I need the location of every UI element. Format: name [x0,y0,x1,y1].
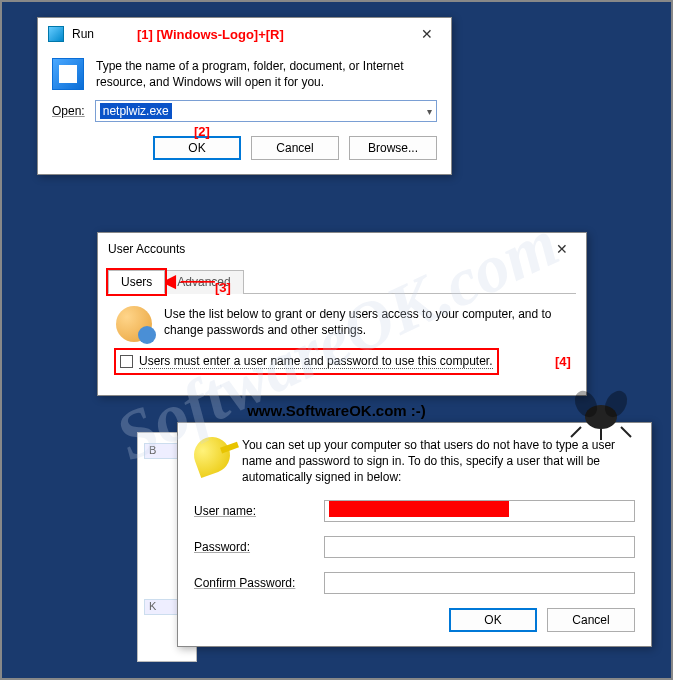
open-combobox[interactable]: netplwiz.exe ▾ [95,100,437,122]
key-icon [189,432,235,478]
user-accounts-titlebar: User Accounts ✕ [98,233,586,263]
users-icon [116,306,152,342]
cancel-button[interactable]: Cancel [251,136,339,160]
decorative-graphic [566,382,636,442]
password-label: Password: [194,540,324,554]
browse-button[interactable]: Browse... [349,136,437,160]
username-redacted [329,501,509,517]
run-title: Run [72,27,94,41]
must-enter-password-label: Users must enter a user name and passwor… [139,354,493,369]
password-input[interactable] [324,536,635,558]
svg-line-4 [621,427,631,437]
annotation-3: [3] [215,280,231,295]
tab-users[interactable]: Users [108,270,165,294]
username-input[interactable] [324,500,635,522]
auto-signin-dialog: You can set up your computer so that use… [177,422,652,647]
confirm-password-label: Confirm Password: [194,576,324,590]
user-accounts-title: User Accounts [108,242,185,256]
run-description: Type the name of a program, folder, docu… [96,58,437,90]
username-label: User name: [194,504,324,518]
annotation-4: [4] [555,354,571,369]
auto-signin-info: You can set up your computer so that use… [242,437,635,486]
must-enter-password-row: Users must enter a user name and passwor… [116,350,497,373]
svg-line-3 [571,427,581,437]
annotation-1: [1] [Windows-Logo]+[R] [137,27,284,42]
open-label: Open: [52,104,85,118]
chevron-down-icon[interactable]: ▾ [427,106,432,117]
open-input-value[interactable]: netplwiz.exe [100,103,172,119]
ok-button[interactable]: OK [153,136,241,160]
run-app-icon [48,26,64,42]
watermark-url-label: www.SoftwareOK.com :-) [247,402,426,419]
ok-button[interactable]: OK [449,608,537,632]
must-enter-password-checkbox[interactable] [120,355,133,368]
confirm-password-input[interactable] [324,572,635,594]
run-program-icon [52,58,84,90]
annotation-2: [2] [194,124,210,139]
close-icon[interactable]: ✕ [411,24,443,44]
close-icon[interactable]: ✕ [546,239,578,259]
user-accounts-dialog: User Accounts ✕ Users Advanced Use the l… [97,232,587,396]
user-accounts-info: Use the list below to grant or deny user… [164,306,568,342]
annotation-arrow: ◄── [157,275,215,287]
cancel-button[interactable]: Cancel [547,608,635,632]
